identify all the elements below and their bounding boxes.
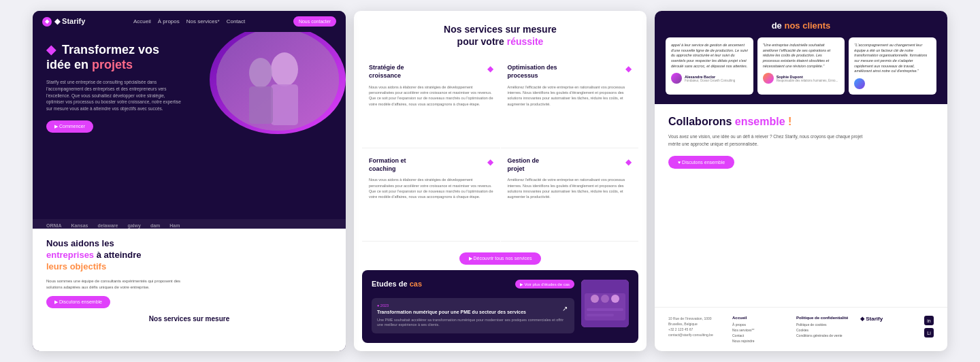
- service-icon-optimization: ◆: [625, 64, 632, 73]
- service-desc-strategy: Nous vous aidons à élaborer des stratégi…: [369, 84, 493, 107]
- svg-point-7: [591, 295, 599, 303]
- testimonial-card-1: appel à leur service de gestion de ancem…: [666, 37, 753, 95]
- testimonial-avatar-3: [854, 78, 865, 89]
- studies-title-highlight: cas: [410, 280, 422, 288]
- footer-logo-area: ◆ Starify: [860, 316, 919, 322]
- collab-title: Collaborons ensemble !: [668, 115, 934, 128]
- nav-cta-button[interactable]: Nous contacter: [293, 16, 336, 27]
- nav-links: Accueil À propos Nos services* Contact: [133, 18, 245, 24]
- linkedin-icon[interactable]: Li: [924, 328, 934, 338]
- svg-rect-4: [249, 86, 273, 124]
- testimonials-title-pre: de: [772, 20, 782, 31]
- testimonials-title: de nos clients: [666, 20, 936, 31]
- hero-icon: ◆: [46, 43, 56, 56]
- footer-nav-link-2[interactable]: Nos services**: [732, 328, 791, 332]
- header-title-line1: Nos services sur mesure: [444, 24, 557, 35]
- testimonial-author-1: Alexandre Baclor Fondateur, Ocean Growth…: [671, 73, 748, 84]
- brand-delaware: delaware: [97, 223, 118, 228]
- hero-title: ◆ Transformez vos idée en projets: [46, 43, 332, 72]
- brand-ham: Ham: [169, 223, 180, 228]
- studies-image-svg: [581, 280, 629, 327]
- collab-title-pre: Collaborons: [668, 116, 732, 127]
- nav-services[interactable]: Nos services*: [186, 18, 220, 24]
- service-card-gestion: Gestion deprojet ◆ Améliorez l'efficacit…: [501, 149, 639, 242]
- footer-address-text: 10 Rue de l'Innovation, 1000 Bruxelles, …: [668, 316, 727, 327]
- middle-panel: Nos services sur mesure pour votre réuss…: [354, 11, 647, 351]
- hero-bottom-highlight1: entreprises: [46, 250, 94, 260]
- studies-case-description: Une PME souhaitait accélérer sa transfor…: [377, 318, 569, 328]
- service-card-formation: Formation etcoaching ◆ Nous vous aidons …: [362, 149, 500, 242]
- nav-accueil[interactable]: Accueil: [133, 18, 151, 24]
- testimonial-text-3: "L'accompagnement au changement leur équ…: [854, 43, 931, 74]
- testimonial-text-2: "Une entreprise industrielle souhaitait …: [763, 43, 840, 69]
- svg-point-8: [601, 295, 609, 303]
- hero-bottom-cta-button[interactable]: ▶ Discutons ensemble: [46, 296, 110, 308]
- testimonial-role-1: Fondateur, Ocean Growth Consulting: [685, 79, 735, 82]
- footer-nav-title: Accueil: [732, 316, 791, 320]
- studies-left: Etudes de cas ▶ Voir plus d'études de ca…: [372, 280, 574, 333]
- footer-section: 10 Rue de l'Innovation, 1000 Bruxelles, …: [655, 307, 947, 351]
- collab-section: Collaborons ensemble ! Vous avez une vis…: [655, 104, 947, 307]
- hero-bottom-section: Nous aidons les entreprises à atteindre …: [33, 229, 346, 351]
- brand-galwy: galwy: [127, 223, 140, 228]
- testimonials-section: de nos clients appel à leur service de g…: [655, 11, 947, 104]
- svg-point-9: [611, 295, 619, 303]
- logo-icon: ◆: [42, 17, 52, 27]
- hero-bottom-line2: à atteindre: [97, 250, 142, 260]
- footer-address: 10 Rue de l'Innovation, 1000 Bruxelles, …: [668, 316, 727, 338]
- brand-ornia: ORNIA: [46, 223, 62, 228]
- hero-cta-button[interactable]: ▶ Commencer: [46, 120, 93, 133]
- studies-btn[interactable]: ▶ Voir plus d'études de cas: [515, 280, 574, 289]
- studies-image: [581, 280, 629, 327]
- service-icon-formation: ◆: [487, 157, 493, 167]
- services-grid: Stratégie decroissance ◆ Nous vous aidon…: [354, 56, 647, 241]
- service-icon-strategy: ◆: [487, 64, 493, 73]
- footer-email: contact@starify-consulting.be: [668, 332, 727, 338]
- logo[interactable]: ◆ ◆ Starify: [42, 17, 85, 27]
- hero-title-line2: idée en: [46, 58, 88, 71]
- service-card-header-2: Optimisation desprocessus ◆: [508, 64, 632, 80]
- header-title-highlight: réussite: [507, 36, 544, 47]
- instagram-icon[interactable]: in: [924, 316, 934, 325]
- brand-kansas: Kansas: [71, 223, 88, 228]
- hero-bottom-highlight2: leurs objectifs: [46, 261, 106, 272]
- hero-section: ◆ Transformez vos idée en projets Starif…: [33, 32, 346, 141]
- nav-apropos[interactable]: À propos: [158, 18, 180, 24]
- footer-nav-link-4[interactable]: Nous rejoindre: [732, 339, 791, 343]
- discover-services-button[interactable]: ▶ Découvrir tous nos services: [459, 252, 542, 265]
- hero-bottom-description: Nous sommes une équipe de consultants ex…: [46, 278, 196, 291]
- svg-rect-10: [587, 308, 623, 311]
- hero-title-highlight: projets: [92, 58, 133, 71]
- footer-social: in Li: [924, 316, 934, 338]
- service-title-gestion: Gestion deprojet: [508, 157, 540, 173]
- testimonials-grid: appel à leur service de gestion de ancem…: [666, 37, 936, 95]
- service-desc-optimization: Améliorez l'efficacité de votre entrepri…: [508, 84, 632, 107]
- service-card-header: Stratégie decroissance ◆: [369, 64, 493, 80]
- collab-title-exclaim: !: [788, 116, 791, 127]
- collab-cta-button[interactable]: ♥ Discutons ensemble: [668, 156, 734, 169]
- service-card-header-4: Gestion deprojet ◆: [508, 157, 632, 173]
- footer-legal-link-1[interactable]: Politique de cookies: [796, 323, 855, 327]
- svg-rect-11: [587, 314, 614, 316]
- testimonial-author-2: Sophie Dupont Responsable des relations …: [763, 73, 840, 84]
- footer-phone: +32 2 123 45 67: [668, 327, 727, 332]
- collab-title-highlight: ensemble: [735, 116, 785, 127]
- studies-case[interactable]: ● 2023 Transformation numérique pour une…: [372, 298, 574, 333]
- footer-nav-link-3[interactable]: Contact: [732, 333, 791, 338]
- footer-legal-link-3[interactable]: Conditions générales de vente: [796, 333, 855, 338]
- testimonial-text-1: appel à leur service de gestion de ancem…: [671, 43, 748, 69]
- middle-header: Nos services sur mesure pour votre réuss…: [354, 11, 647, 56]
- footer-legal-link-2[interactable]: Cookies: [796, 328, 855, 332]
- studies-title: Etudes de cas: [372, 280, 422, 288]
- studies-title-pre: Etudes de: [372, 280, 408, 288]
- footer-logo: ◆ Starify: [860, 316, 919, 322]
- testimonial-role-2: Responsable des relations humaines, Enno…: [777, 79, 838, 82]
- nav-contact[interactable]: Contact: [227, 18, 246, 24]
- studies-arrow-icon: ↗: [562, 305, 568, 312]
- service-icon-gestion: ◆: [625, 157, 632, 167]
- testimonial-avatar-1: [671, 73, 682, 84]
- footer-nav-link-1[interactable]: À propos: [732, 323, 791, 327]
- testimonial-card-3: "L'accompagnement au changement leur équ…: [849, 37, 936, 95]
- service-title-formation: Formation etcoaching: [369, 157, 406, 173]
- collab-description: Vous avez une vision, une idée ou un déf…: [668, 133, 872, 148]
